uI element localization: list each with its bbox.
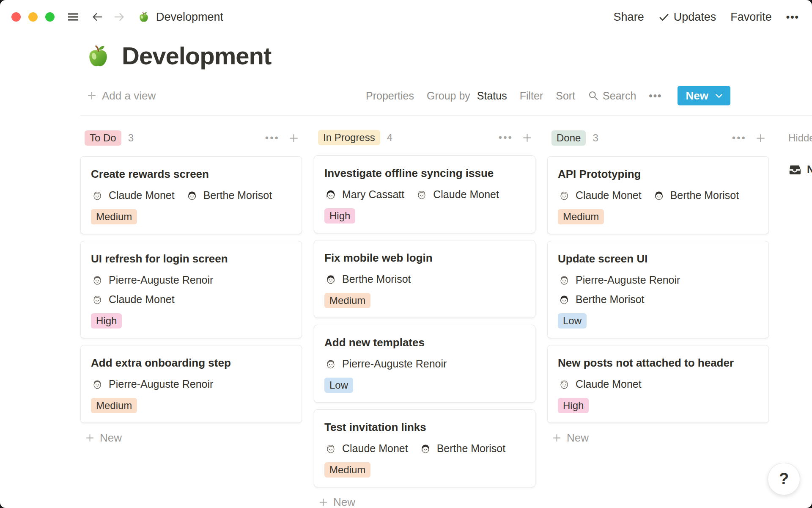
sidebar-menu-button[interactable] bbox=[66, 11, 80, 23]
new-card-button[interactable]: New bbox=[85, 431, 302, 444]
task-card[interactable]: Investigate offline syncing issue Mary C… bbox=[314, 155, 535, 233]
assignee-list: Berthe Morisot bbox=[324, 273, 525, 285]
task-card[interactable]: UI refresh for login screen Pierre-Augus… bbox=[80, 241, 302, 338]
column-header: Done3••• bbox=[551, 130, 766, 146]
zoom-window-button[interactable] bbox=[45, 12, 55, 22]
assignee-name: Berthe Morisot bbox=[437, 442, 506, 455]
favorite-button[interactable]: Favorite bbox=[730, 11, 772, 24]
column-status-badge[interactable]: In Progress bbox=[318, 130, 380, 145]
avatar-claude-monet bbox=[91, 189, 104, 202]
assignee: Claude Monet bbox=[558, 189, 642, 202]
new-card-button[interactable]: New bbox=[551, 431, 769, 444]
chevron-down-icon bbox=[715, 94, 723, 98]
hidden-columns-toggle[interactable]: Hidden columns bbox=[788, 130, 812, 146]
priority-badge: Low bbox=[324, 378, 353, 393]
traffic-lights bbox=[11, 12, 55, 22]
column-add-card-button[interactable] bbox=[288, 133, 299, 144]
arrow-left-icon bbox=[91, 11, 104, 23]
card-list: API Prototyping Claude Monet Berthe Mori… bbox=[547, 156, 769, 423]
assignee-list: Mary Cassatt Claude Monet bbox=[324, 188, 525, 201]
task-card[interactable]: Add new templates Pierre-Auguste RenoirL… bbox=[314, 325, 535, 403]
check-icon bbox=[658, 11, 669, 22]
new-page-button[interactable]: New bbox=[678, 86, 730, 105]
share-label: Share bbox=[614, 11, 644, 24]
assignee-list: Claude Monet Berthe Morisot bbox=[558, 189, 758, 202]
column-add-card-button[interactable] bbox=[755, 133, 766, 144]
task-card-title: Add extra onboarding step bbox=[91, 356, 291, 370]
more-options-button[interactable]: ••• bbox=[786, 11, 799, 23]
task-card-title: New posts not attached to header bbox=[558, 356, 758, 370]
hidden-group-no-status[interactable]: No Status bbox=[788, 163, 812, 176]
inbox-icon bbox=[788, 163, 801, 176]
assignee-list: Claude Monet bbox=[558, 378, 758, 390]
avatar-berthe-morisot bbox=[324, 273, 337, 285]
avatar-berthe-morisot bbox=[186, 189, 198, 202]
board-column-todo: To Do3••• Create rewards screen Claude M… bbox=[80, 130, 302, 508]
assignee-name: Berthe Morisot bbox=[576, 293, 645, 306]
avatar-claude-monet bbox=[415, 188, 428, 201]
column-more-button[interactable]: ••• bbox=[499, 133, 513, 143]
column-status-badge[interactable]: Done bbox=[551, 130, 586, 146]
sort-button[interactable]: Sort bbox=[556, 90, 575, 102]
task-card[interactable]: Add extra onboarding step Pierre-Auguste… bbox=[80, 345, 302, 423]
column-more-button[interactable]: ••• bbox=[732, 133, 746, 143]
assignee-name: Mary Cassatt bbox=[342, 188, 404, 201]
new-card-label: New bbox=[100, 431, 122, 444]
assignee-name: Pierre-Auguste Renoir bbox=[342, 358, 447, 370]
priority-row: Medium bbox=[91, 398, 291, 413]
notion-window: Development Share Updates Favorite ••• bbox=[0, 0, 812, 508]
column-count: 3 bbox=[128, 132, 134, 144]
share-button[interactable]: Share bbox=[614, 11, 644, 24]
breadcrumb[interactable]: Development bbox=[137, 11, 223, 24]
new-card-button[interactable]: New bbox=[318, 496, 535, 508]
sort-label: Sort bbox=[556, 90, 575, 102]
minimize-window-button[interactable] bbox=[28, 12, 38, 22]
assignee-name: Pierre-Auguste Renoir bbox=[576, 274, 680, 286]
task-card[interactable]: API Prototyping Claude Monet Berthe Mori… bbox=[547, 156, 769, 234]
plus-icon bbox=[318, 497, 329, 508]
arrow-right-icon bbox=[113, 11, 126, 23]
avatar-claude-monet bbox=[324, 442, 337, 455]
avatar-pierre-auguste-renoir bbox=[558, 273, 571, 286]
help-button[interactable]: ? bbox=[768, 463, 800, 495]
board-column-done: Done3••• API Prototyping Claude Monet Be… bbox=[547, 130, 769, 508]
new-card-label: New bbox=[567, 431, 589, 444]
search-button[interactable]: Search bbox=[588, 90, 636, 102]
dots-horizontal-icon: ••• bbox=[265, 133, 280, 143]
filter-button[interactable]: Filter bbox=[520, 90, 543, 102]
priority-badge: Medium bbox=[558, 209, 604, 224]
task-card[interactable]: Fix mobile web login Berthe MorisotMediu… bbox=[314, 240, 535, 318]
column-add-card-button[interactable] bbox=[521, 132, 533, 144]
task-card[interactable]: Test invitation links Claude Monet Berth… bbox=[314, 409, 535, 487]
avatar-claude-monet bbox=[91, 293, 104, 306]
new-card-label: New bbox=[333, 496, 355, 508]
plus-icon bbox=[86, 90, 97, 101]
assignee-name: Berthe Morisot bbox=[670, 189, 739, 202]
column-status-badge[interactable]: To Do bbox=[85, 130, 121, 146]
priority-row: Medium bbox=[324, 293, 525, 308]
avatar-berthe-morisot bbox=[419, 442, 432, 455]
properties-button[interactable]: Properties bbox=[366, 90, 414, 102]
assignee-list: Claude Monet Berthe Morisot bbox=[91, 189, 291, 202]
priority-badge: Medium bbox=[324, 293, 370, 308]
task-card-title: UI refresh for login screen bbox=[91, 251, 291, 266]
task-card[interactable]: Update screen UI Pierre-Auguste Renoir B… bbox=[547, 241, 769, 338]
column-more-button[interactable]: ••• bbox=[265, 133, 280, 143]
forward-button[interactable] bbox=[113, 11, 126, 23]
group-by-button[interactable]: Group by Status bbox=[427, 90, 507, 102]
priority-row: Low bbox=[558, 313, 758, 329]
green-apple-icon bbox=[137, 11, 150, 23]
close-window-button[interactable] bbox=[11, 12, 21, 22]
plus-icon bbox=[85, 433, 95, 443]
task-card[interactable]: New posts not attached to header Claude … bbox=[547, 345, 769, 423]
view-more-button[interactable]: ••• bbox=[649, 90, 662, 102]
back-button[interactable] bbox=[91, 11, 104, 23]
assignee-list: Pierre-Auguste Renoir bbox=[324, 357, 525, 370]
updates-button[interactable]: Updates bbox=[658, 11, 716, 24]
window-topbar: Development Share Updates Favorite ••• bbox=[0, 0, 812, 34]
avatar-mary-cassatt bbox=[324, 188, 337, 201]
assignee: Berthe Morisot bbox=[558, 293, 645, 306]
assignee: Claude Monet bbox=[91, 189, 175, 202]
task-card[interactable]: Create rewards screen Claude Monet Berth… bbox=[80, 156, 302, 234]
add-view-button[interactable]: Add a view bbox=[86, 89, 156, 102]
